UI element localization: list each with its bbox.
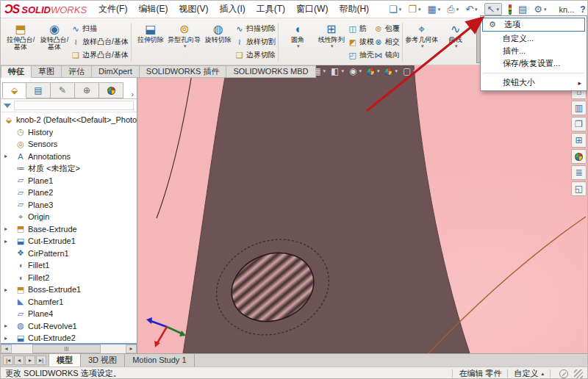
tab-features[interactable]: 特征 — [1, 65, 32, 78]
forum-button[interactable]: ◱ — [571, 181, 587, 196]
tree-item-plane3[interactable]: ▱Plane3 — [1, 199, 137, 212]
expand-arrow-icon[interactable]: ▸ — [4, 322, 7, 329]
resize-grip[interactable] — [574, 369, 583, 378]
custom-properties-button[interactable]: ≣ — [571, 165, 587, 180]
help-button[interactable]: ? — [580, 4, 585, 15]
tree-item-fillet1[interactable]: ◖Fillet1 — [1, 259, 137, 272]
menu-item-customize[interactable]: 自定义... — [481, 32, 586, 45]
expand-arrow-icon[interactable]: ▸ — [4, 238, 7, 245]
tree-item-cut-extrude1[interactable]: ▸⬓Cut-Extrude1 — [1, 235, 137, 248]
next-tab-button[interactable]: ▸ — [25, 355, 35, 365]
menu-tools[interactable]: 工具(T) — [257, 3, 285, 15]
tree-item-sensors[interactable]: ◎Sensors — [1, 138, 137, 151]
chevron-down-icon[interactable]: ▾ — [184, 43, 187, 49]
tree-item-cut-revolve1[interactable]: ▸◍Cut-Revolve1 — [1, 320, 137, 333]
menu-item-addins[interactable]: 插件... — [481, 45, 586, 57]
new-document-button[interactable]: ❏▾ — [389, 4, 401, 15]
scroll-left-button[interactable]: ◂ — [1, 344, 12, 353]
tree-item-cirpattern1[interactable]: ❖CirPattern1 — [1, 248, 137, 260]
tab-motion-study[interactable]: Motion Study 1 — [125, 354, 194, 367]
expand-arrow-icon[interactable]: ▸ — [4, 225, 7, 232]
select-tool-button[interactable]: ↖▾ — [484, 3, 502, 15]
lofted-cut-button[interactable]: ≀放样切割 — [235, 37, 276, 47]
panel-horizontal-scrollbar[interactable]: ◂ ▸ — [1, 343, 137, 353]
tree-item-plane2[interactable]: ▱Plane2 — [1, 187, 137, 199]
chevron-down-icon[interactable]: ▾ — [395, 68, 398, 74]
scroll-right-button[interactable]: ▸ — [126, 344, 137, 353]
tab-mbd[interactable]: SOLIDWORKS MBD — [226, 65, 315, 78]
propertymanager-tab[interactable]: ▤ — [26, 82, 51, 98]
expand-arrow-icon[interactable]: ▸ — [4, 153, 7, 159]
tree-item-chamfer1[interactable]: ◣Chamfer1 — [1, 296, 137, 308]
tab-model[interactable]: 模型 — [49, 354, 81, 367]
chevron-down-icon[interactable]: ▾ — [331, 43, 334, 49]
print-button[interactable]: ⎙▾ — [447, 4, 459, 15]
last-tab-button[interactable]: ▸| — [36, 355, 46, 365]
mirror-button[interactable]: ⋈镜向 — [374, 50, 400, 60]
scrollbar-track[interactable] — [12, 344, 126, 353]
display-style-button[interactable]: ◧▾ — [331, 66, 344, 76]
file-explorer-button[interactable]: ❐ — [571, 117, 587, 131]
intersect-button[interactable]: ⊗相交 — [374, 37, 400, 47]
tree-item-fillet2[interactable]: ◖Fillet2 — [1, 272, 137, 284]
menu-insert[interactable]: 插入(I) — [219, 3, 245, 15]
dimxpertmanager-tab[interactable]: ⊕ — [75, 82, 99, 98]
lofted-boss-button[interactable]: ≀放样凸台/基体 — [71, 37, 129, 47]
displaymanager-tab[interactable] — [99, 82, 123, 98]
menu-edit[interactable]: 编辑(E) — [138, 3, 168, 15]
shell-button[interactable]: ◰抽壳 — [348, 50, 374, 60]
model-view[interactable] — [137, 65, 588, 353]
scrollbar-thumb[interactable] — [32, 344, 101, 353]
custom-status-dropdown[interactable]: 自定义 — [514, 368, 538, 379]
linear-pattern-button[interactable]: ⊞线性阵列▾ — [315, 20, 348, 65]
reference-geometry-button[interactable]: ⌖参考几何体▾ — [405, 20, 439, 65]
save-button[interactable]: ▦▾ — [427, 4, 440, 15]
menu-view[interactable]: 视图(V) — [179, 3, 208, 15]
pin-menu-icon[interactable] — [379, 7, 384, 11]
appearances-button[interactable] — [571, 149, 587, 164]
chevron-down-icon[interactable]: ▾ — [438, 7, 441, 12]
curves-button[interactable]: ∿曲线▾ — [439, 20, 473, 65]
file-properties-button[interactable]: ▤ — [518, 4, 527, 15]
chevron-down-icon[interactable]: ▾ — [418, 7, 421, 12]
options-button[interactable]: ⚙▾ — [534, 4, 546, 15]
tree-item-history[interactable]: ◷History — [1, 126, 137, 139]
tree-item-annotations[interactable]: ▸AAnnotations — [1, 151, 137, 163]
chevron-down-icon[interactable]: ▾ — [496, 7, 499, 12]
chevron-down-icon[interactable]: ▾ — [297, 43, 300, 49]
chevron-down-icon[interactable]: ▾ — [377, 68, 380, 74]
rebuild-traffic-light-icon[interactable] — [509, 4, 512, 15]
chevron-down-icon[interactable]: ▾ — [456, 7, 459, 12]
menu-help[interactable]: 帮助(H) — [339, 3, 369, 15]
tab-sketch[interactable]: 草图 — [32, 65, 62, 78]
expand-arrow-icon[interactable]: ▸ — [4, 335, 7, 342]
tree-item-base-extrude[interactable]: ▸⬒Base-Extrude — [1, 223, 137, 236]
hole-wizard-button[interactable]: ⊚异型孔向导▾ — [168, 20, 201, 65]
extruded-boss-button[interactable]: ⬒拉伸凸台/基体 — [4, 20, 37, 65]
revolved-cut-button[interactable]: ◍旋转切除 — [201, 20, 235, 65]
prev-tab-button[interactable]: ◂ — [14, 355, 24, 365]
quick-tips-icon[interactable] — [559, 369, 568, 378]
tab-3d-views[interactable]: 3D 视图 — [81, 354, 125, 367]
menu-window[interactable]: 窗口(W) — [296, 3, 328, 15]
view-palette-button[interactable]: ⊞ — [571, 133, 587, 148]
chevron-down-icon[interactable]: ▾ — [475, 7, 478, 12]
configurationmanager-tab[interactable]: ✎ — [51, 82, 75, 98]
extruded-cut-button[interactable]: ⬓拉伸切除 — [134, 20, 168, 65]
fillet-button[interactable]: ◖圆角▾ — [281, 20, 315, 65]
chevron-down-icon[interactable]: ▾ — [341, 68, 344, 74]
chevron-down-icon[interactable]: ▾ — [455, 43, 458, 49]
revolved-boss-button[interactable]: ◉旋转凸台/基体 — [37, 20, 71, 65]
graphics-viewport[interactable]: ⌕ ⊡ ↺ ◫ ▦▾ ◧▾ ◉▾ ▾ ▾ ▢▾ ⌂ ▥ ❐ ⊞ ≣ ◱ — [137, 65, 588, 353]
draft-button[interactable]: ◩拔模 — [348, 37, 374, 47]
hide-show-items-button[interactable]: ◉▾ — [349, 66, 362, 76]
wrap-button[interactable]: ⊜包覆 — [374, 24, 400, 34]
tree-item-material[interactable]: ≔材质 <未指定> — [1, 162, 137, 175]
menu-file[interactable]: 文件(F) — [98, 3, 127, 15]
tree-item-plane1[interactable]: ▱Plane1 — [1, 175, 137, 187]
chevron-down-icon[interactable]: ▾ — [323, 68, 326, 74]
tree-item-plane4[interactable]: ▱Plane4 — [1, 308, 137, 320]
tab-addins[interactable]: SOLIDWORKS 插件 — [140, 65, 227, 78]
tree-item-boss-extrude1[interactable]: ▸⬒Boss-Extrude1 — [1, 284, 137, 296]
swept-cut-button[interactable]: ∿扫描切除 — [235, 24, 276, 34]
